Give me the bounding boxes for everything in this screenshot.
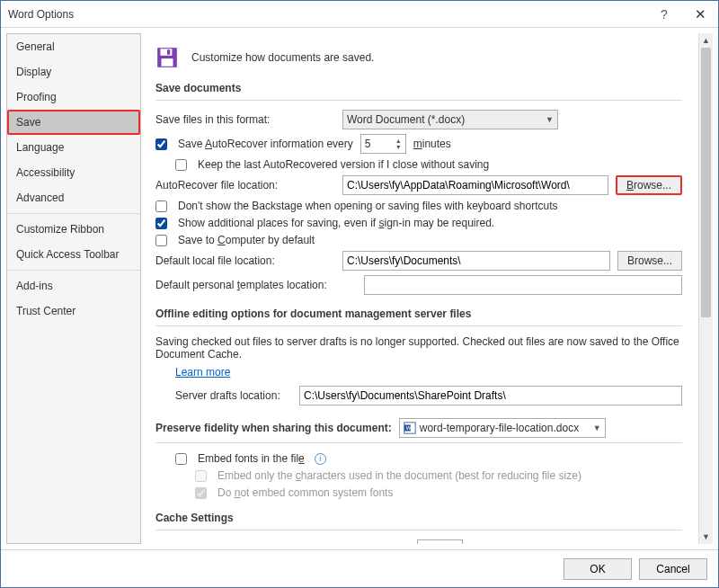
- header-text: Customize how documents are saved.: [191, 51, 374, 64]
- default-local-label: Default local file location:: [155, 254, 335, 267]
- embed-only-chars-checkbox: [195, 470, 207, 482]
- chevron-down-icon: ▼: [546, 115, 554, 124]
- embed-fonts-checkbox[interactable]: [175, 453, 187, 465]
- learn-more-link[interactable]: Learn more: [175, 366, 230, 379]
- show-additional-places-label: Show additional places for saving, even …: [178, 217, 494, 229]
- save-format-select[interactable]: Word Document (*.docx) ▼: [342, 110, 558, 129]
- autorecover-location-field[interactable]: [342, 175, 608, 195]
- dont-show-backstage-checkbox[interactable]: [155, 200, 167, 212]
- ok-button[interactable]: OK: [564, 558, 632, 580]
- cache-days-spinner[interactable]: 14 ▲▼: [417, 539, 463, 544]
- section-save-documents-title: Save documents: [155, 82, 682, 94]
- server-drafts-label: Server drafts location:: [175, 389, 292, 402]
- default-local-field[interactable]: [342, 251, 610, 271]
- sidebar-item-display[interactable]: Display: [7, 59, 140, 85]
- autorecover-location-label: AutoRecover file location:: [155, 179, 335, 192]
- do-not-embed-checkbox: [195, 487, 207, 499]
- keep-last-label: Keep the last AutoRecovered version if I…: [198, 158, 489, 171]
- sidebar-divider: [7, 213, 140, 214]
- section-cache-title: Cache Settings: [155, 512, 682, 524]
- section-offline-title: Offline editing options for document man…: [155, 307, 682, 320]
- section-preserve-title: Preserve fidelity when sharing this docu…: [155, 422, 392, 434]
- options-sidebar: General Display Proofing Save Language A…: [6, 33, 141, 544]
- close-button[interactable]: ✕: [682, 6, 718, 22]
- main-panel: Customize how documents are saved. Save …: [146, 33, 698, 544]
- browse-default-local-button[interactable]: Browse...: [617, 251, 682, 271]
- word-options-window: Word Options ? ✕ General Display Proofin…: [0, 0, 719, 588]
- sidebar-item-add-ins[interactable]: Add-ins: [7, 273, 140, 298]
- sidebar-item-language[interactable]: Language: [7, 135, 140, 160]
- sidebar-item-customize-ribbon[interactable]: Customize Ribbon: [7, 217, 140, 242]
- server-drafts-field[interactable]: [299, 386, 682, 405]
- sidebar-item-trust-center[interactable]: Trust Center: [7, 298, 140, 324]
- titlebar: Word Options ? ✕: [1, 1, 718, 28]
- sidebar-item-proofing[interactable]: Proofing: [7, 85, 140, 110]
- scroll-up-icon[interactable]: ▲: [699, 33, 713, 48]
- scrollbar[interactable]: ▲ ▼: [698, 33, 713, 544]
- scroll-down-icon[interactable]: ▼: [699, 530, 713, 544]
- preserve-document-select[interactable]: W word-temporary-file-location.docx ▼: [399, 418, 606, 438]
- cache-days-label: Days to keep files in the Office Documen…: [175, 543, 410, 544]
- sidebar-divider: [7, 270, 140, 271]
- autorecover-label: Save AutoRecover information every: [178, 138, 353, 150]
- svg-rect-3: [162, 58, 173, 67]
- svg-rect-1: [160, 49, 172, 56]
- word-doc-icon: W: [404, 422, 416, 434]
- scroll-thumb[interactable]: [701, 48, 711, 317]
- save-format-label: Save files in this format:: [155, 113, 335, 126]
- preserve-document-value: word-temporary-file-location.docx: [420, 422, 579, 434]
- save-to-computer-label: Save to Computer by default: [178, 234, 315, 246]
- svg-rect-2: [167, 49, 170, 54]
- sidebar-item-save[interactable]: Save: [7, 110, 140, 135]
- keep-last-checkbox[interactable]: [175, 159, 187, 171]
- dont-show-backstage-label: Don't show the Backstage when opening or…: [178, 200, 558, 212]
- autorecover-minutes-spinner[interactable]: 5 ▲▼: [360, 134, 406, 154]
- sidebar-item-quick-access-toolbar[interactable]: Quick Access Toolbar: [7, 242, 140, 267]
- show-additional-places-checkbox[interactable]: [155, 218, 167, 229]
- autorecover-checkbox[interactable]: [155, 138, 167, 150]
- browse-autorecover-button[interactable]: Browse...: [616, 175, 682, 195]
- save-icon: [155, 46, 179, 69]
- sidebar-item-advanced[interactable]: Advanced: [7, 185, 140, 210]
- do-not-embed-label: Do not embed common system fonts: [217, 486, 393, 499]
- sidebar-item-accessibility[interactable]: Accessibility: [7, 160, 140, 185]
- window-title: Word Options: [8, 8, 74, 21]
- default-template-field[interactable]: [364, 275, 682, 295]
- save-to-computer-checkbox[interactable]: [155, 235, 167, 246]
- sidebar-item-general[interactable]: General: [7, 34, 140, 59]
- minutes-label: minutes: [413, 138, 451, 150]
- footer: OK Cancel: [1, 549, 718, 587]
- embed-fonts-label: Embed fonts in the file: [198, 452, 305, 465]
- default-template-label: Default personal templates location:: [155, 279, 357, 291]
- embed-only-chars-label: Embed only the characters used in the do…: [217, 469, 581, 482]
- info-icon[interactable]: i: [315, 453, 326, 465]
- help-button[interactable]: ?: [646, 7, 682, 22]
- offline-body-text: Saving checked out files to server draft…: [155, 335, 682, 361]
- svg-text:W: W: [405, 424, 411, 431]
- chevron-down-icon: ▼: [593, 423, 601, 432]
- cancel-button[interactable]: Cancel: [639, 558, 707, 580]
- save-format-value: Word Document (*.docx): [347, 113, 465, 126]
